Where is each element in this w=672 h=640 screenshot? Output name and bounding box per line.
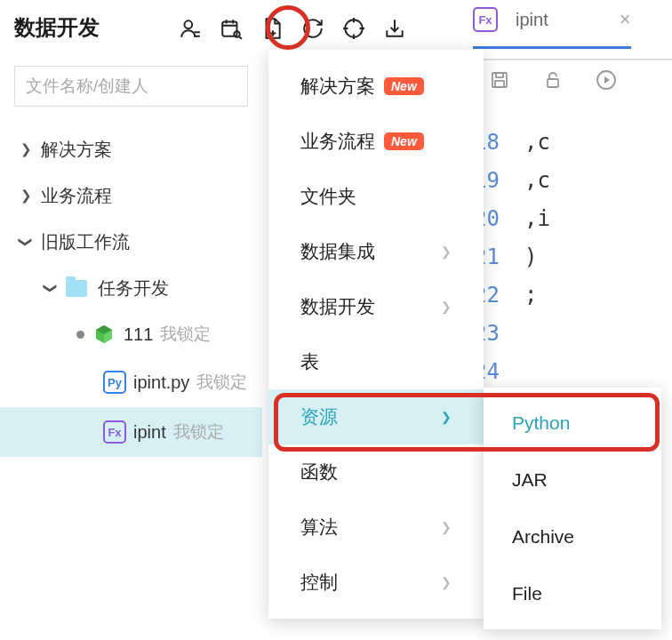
cube-icon <box>93 324 115 345</box>
code-text: ,c <box>524 130 550 155</box>
chevron-right-icon: ❯ <box>441 300 452 314</box>
chevron-right-icon: ❯ <box>441 244 452 259</box>
menu-label: 业务流程 <box>300 129 375 154</box>
chevron-right-icon: ❯ <box>18 141 34 157</box>
tree-label: 解决方案 <box>41 138 112 162</box>
menu-data-dev[interactable]: 数据开发 ❯ <box>268 279 484 334</box>
svg-rect-6 <box>495 81 504 87</box>
menu-label: 表 <box>300 349 319 374</box>
tree-item-ipint[interactable]: Fx ipint 我锁定 <box>0 407 262 457</box>
code-text: ,c <box>524 168 550 193</box>
menu-control[interactable]: 控制 ❯ <box>268 555 484 610</box>
menu-label: 数据开发 <box>300 294 375 319</box>
menu-label: 解决方案 <box>300 74 375 99</box>
svg-point-0 <box>185 20 193 28</box>
menu-label: 文件夹 <box>300 184 356 209</box>
function-file-icon: Fx <box>473 7 498 32</box>
submenu-python[interactable]: Python <box>484 395 661 452</box>
lock-text: 我锁定 <box>173 420 224 444</box>
submenu-file[interactable]: File <box>484 565 661 622</box>
tree-label: ipint <box>133 422 166 443</box>
submenu-archive[interactable]: Archive <box>484 508 661 565</box>
tree-task-dev[interactable]: ❯ 任务开发 <box>0 265 262 311</box>
run-icon[interactable] <box>596 69 617 94</box>
tree-business-flow[interactable]: ❯ 业务流程 <box>0 172 262 219</box>
menu-resource[interactable]: 资源 ❯ <box>268 389 484 444</box>
new-badge: New <box>384 77 424 95</box>
submenu-label: Python <box>512 412 570 434</box>
search-placeholder: 文件名称/创建人 <box>26 75 148 98</box>
lock-text: 我锁定 <box>196 371 247 394</box>
target-icon[interactable] <box>341 16 366 41</box>
new-menu: 解决方案New 业务流程New 文件夹 数据集成 ❯ 数据开发 ❯ 表 资源 ❯… <box>268 50 484 619</box>
submenu-label: Archive <box>512 526 574 548</box>
code-text: ; <box>524 283 537 308</box>
svg-rect-5 <box>496 73 503 77</box>
menu-table[interactable]: 表 <box>268 334 484 389</box>
submenu-label: File <box>512 583 542 604</box>
code-text: ,i <box>524 206 550 231</box>
folder-icon <box>66 280 87 297</box>
menu-label: 函数 <box>300 460 338 484</box>
menu-function[interactable]: 函数 <box>268 444 484 500</box>
editor-tab-filename: ipint <box>516 10 548 30</box>
menu-label: 资源 <box>300 404 338 429</box>
svg-rect-7 <box>548 79 558 87</box>
search-input[interactable]: 文件名称/创建人 <box>14 66 248 107</box>
dot-icon <box>76 331 84 339</box>
tree-label: 任务开发 <box>98 276 169 300</box>
tree-label: 111 <box>124 324 153 345</box>
lock-icon[interactable] <box>542 69 564 94</box>
menu-algorithm[interactable]: 算法 ❯ <box>268 500 484 555</box>
chevron-right-icon: ❯ <box>18 188 34 204</box>
menu-label: 数据集成 <box>300 239 375 264</box>
submenu-label: JAR <box>512 469 548 491</box>
chevron-down-icon: ❯ <box>18 234 34 250</box>
code-toolbar <box>489 69 617 94</box>
resource-submenu: Python JAR Archive File <box>484 388 661 629</box>
tree-item-ipintpy[interactable]: Py ipint.py 我锁定 <box>0 357 262 407</box>
menu-label: 控制 <box>300 570 338 595</box>
menu-data-integration[interactable]: 数据集成 ❯ <box>268 224 484 279</box>
menu-folder[interactable]: 文件夹 <box>268 169 484 224</box>
editor-tab[interactable]: Fx ipint × <box>473 7 631 49</box>
import-icon[interactable] <box>382 16 407 41</box>
python-file-icon: Py <box>103 371 126 394</box>
chevron-down-icon: ❯ <box>43 280 59 296</box>
calendar-search-icon[interactable] <box>219 16 244 41</box>
toolbar <box>178 16 407 41</box>
chevron-right-icon: ❯ <box>441 410 452 424</box>
tree: ❯ 解决方案 ❯ 业务流程 ❯ 旧版工作流 ❯ 任务开发 111 我锁定 Py … <box>0 123 262 460</box>
code-text: ) <box>524 244 537 269</box>
refresh-icon[interactable] <box>300 16 325 41</box>
tree-old-workflow[interactable]: ❯ 旧版工作流 <box>0 219 262 265</box>
chevron-right-icon: ❯ <box>441 575 452 589</box>
tree-label: 业务流程 <box>41 184 112 208</box>
submenu-jar[interactable]: JAR <box>484 452 661 508</box>
new-file-icon[interactable] <box>260 16 284 41</box>
sidebar: 数据开发 文件名称/创建人 ❯ 解决方案 ❯ 业务流程 ❯ 旧版工作流 ❯ 任务… <box>0 0 263 640</box>
menu-label: 算法 <box>300 515 338 540</box>
menu-solution[interactable]: 解决方案New <box>268 59 484 114</box>
tree-label: 旧版工作流 <box>41 230 130 254</box>
close-icon[interactable]: × <box>620 8 631 31</box>
user-icon[interactable] <box>178 16 203 41</box>
lock-text: 我锁定 <box>160 323 211 346</box>
chevron-right-icon: ❯ <box>441 520 452 534</box>
save-icon[interactable] <box>489 69 510 94</box>
function-file-icon: Fx <box>103 420 126 444</box>
tree-solution[interactable]: ❯ 解决方案 <box>0 126 262 172</box>
menu-business-flow[interactable]: 业务流程New <box>268 114 484 169</box>
tree-label: ipint.py <box>133 372 189 393</box>
tree-item-111[interactable]: 111 我锁定 <box>0 311 262 357</box>
new-badge: New <box>384 132 424 150</box>
